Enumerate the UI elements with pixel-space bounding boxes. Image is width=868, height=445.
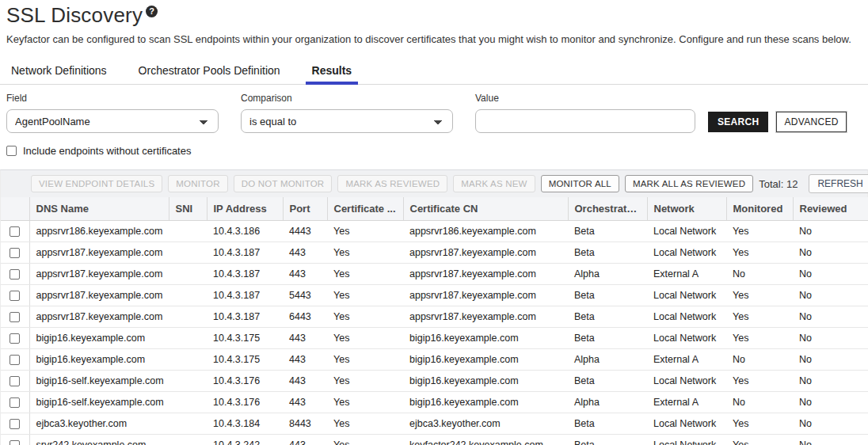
cell-certificate-cn: bigip16.keyexample.com bbox=[403, 371, 568, 392]
column-header-network[interactable]: Network bbox=[647, 197, 726, 221]
table-row[interactable]: bigip16.keyexample.com10.4.3.175443Yesbi… bbox=[1, 349, 868, 371]
ssl-discovery-page: SSL Discovery ? Keyfactor can be configu… bbox=[0, 0, 868, 445]
search-button[interactable]: SEARCH bbox=[708, 112, 768, 132]
cell-reviewed: No bbox=[793, 328, 868, 349]
table-row[interactable]: bigip16.keyexample.com10.4.3.175443Yesbi… bbox=[1, 328, 868, 349]
cell-certificate-: Yes bbox=[327, 413, 403, 435]
table-row[interactable]: appsrvr186.keyexample.com10.4.3.1864443Y… bbox=[1, 221, 868, 242]
cell-dns-name: bigip16.keyexample.com bbox=[29, 349, 169, 371]
row-checkbox[interactable] bbox=[10, 333, 20, 344]
row-checkbox[interactable] bbox=[10, 269, 20, 280]
column-header-reviewed[interactable]: Reviewed bbox=[793, 197, 868, 221]
help-icon[interactable]: ? bbox=[146, 6, 158, 17]
cell-sni bbox=[169, 242, 207, 264]
table-row[interactable]: appsrvr187.keyexample.com10.4.3.187443Ye… bbox=[1, 264, 868, 285]
page-description: Keyfactor can be configured to scan SSL … bbox=[6, 33, 860, 45]
cell-orchestrato-: Beta bbox=[568, 221, 647, 242]
comparison-select[interactable]: is equal to bbox=[241, 109, 453, 133]
cell-orchestrato-: Alpha bbox=[568, 392, 647, 413]
comparison-label: Comparison bbox=[241, 93, 453, 104]
cell-dns-name: srvr242.keyexample.com bbox=[29, 435, 169, 445]
cell-sni bbox=[169, 221, 207, 242]
row-checkbox-cell bbox=[1, 242, 29, 264]
cell-sni bbox=[169, 328, 207, 349]
cell-orchestrato-: Beta bbox=[568, 413, 647, 435]
row-checkbox-cell bbox=[1, 306, 29, 328]
column-header-sni[interactable]: SNI bbox=[169, 197, 207, 221]
cell-monitored: Yes bbox=[726, 221, 793, 242]
row-checkbox[interactable] bbox=[10, 248, 20, 258]
row-checkbox-cell bbox=[1, 413, 29, 435]
cell-reviewed: No bbox=[793, 242, 868, 264]
row-checkbox[interactable] bbox=[10, 419, 20, 429]
cell-sni bbox=[169, 413, 207, 435]
page-title: SSL Discovery bbox=[6, 3, 143, 28]
row-checkbox[interactable] bbox=[10, 440, 20, 445]
table-row[interactable]: appsrvr187.keyexample.com10.4.3.1876443Y… bbox=[1, 306, 868, 328]
row-checkbox-cell bbox=[1, 328, 29, 349]
cell-reviewed: No bbox=[793, 371, 868, 392]
table-header-row: DNS NameSNIIP AddressPortCertificate ...… bbox=[1, 197, 868, 221]
cell-certificate-: Yes bbox=[327, 349, 403, 371]
grid-toolbar: VIEW ENDPOINT DETAILSMONITORDO NOT MONIT… bbox=[1, 170, 867, 197]
column-header-dns-name[interactable]: DNS Name bbox=[29, 197, 169, 221]
cell-certificate-: Yes bbox=[327, 221, 403, 242]
cell-certificate-cn: appsrvr187.keyexample.com bbox=[403, 242, 568, 264]
page-header: SSL Discovery ? Keyfactor can be configu… bbox=[0, 0, 868, 45]
row-checkbox-cell bbox=[1, 392, 29, 413]
cell-certificate-cn: bigip16.keyexample.com bbox=[403, 328, 568, 349]
table-row[interactable]: bigip16-self.keyexample.com10.4.3.176443… bbox=[1, 371, 868, 392]
cell-ip-address: 10.4.3.187 bbox=[207, 306, 283, 328]
row-checkbox[interactable] bbox=[10, 226, 20, 237]
row-checkbox[interactable] bbox=[10, 397, 20, 408]
cell-certificate-cn: ejbca3.keyother.com bbox=[403, 413, 568, 435]
cell-network: Local Network bbox=[647, 328, 726, 349]
mark-all-as-reviewed-button[interactable]: MARK ALL AS REVIEWED bbox=[625, 175, 753, 192]
cell-port: 443 bbox=[283, 435, 327, 445]
column-header-monitored[interactable]: Monitored bbox=[726, 197, 793, 221]
table-row[interactable]: appsrvr187.keyexample.com10.4.3.1875443Y… bbox=[1, 285, 868, 306]
include-endpoints-checkbox[interactable] bbox=[6, 146, 17, 156]
cell-orchestrato-: Beta bbox=[568, 306, 647, 328]
cell-monitored: Yes bbox=[726, 242, 793, 264]
cell-dns-name: bigip16.keyexample.com bbox=[29, 328, 169, 349]
cell-network: Local Network bbox=[647, 242, 726, 264]
refresh-button[interactable]: REFRESH bbox=[809, 174, 868, 193]
row-checkbox[interactable] bbox=[10, 291, 20, 301]
cell-sni bbox=[169, 285, 207, 306]
row-checkbox[interactable] bbox=[10, 376, 20, 386]
cell-port: 443 bbox=[283, 349, 327, 371]
row-checkbox[interactable] bbox=[10, 355, 20, 365]
select-all-column bbox=[1, 197, 29, 221]
cell-certificate-: Yes bbox=[327, 285, 403, 306]
mark-as-new-button: MARK AS NEW bbox=[453, 175, 535, 192]
value-input[interactable] bbox=[475, 109, 695, 133]
advanced-button[interactable]: ADVANCED bbox=[776, 112, 846, 132]
row-checkbox[interactable] bbox=[10, 312, 20, 322]
cell-dns-name: bigip16-self.keyexample.com bbox=[29, 371, 169, 392]
cell-monitored: No bbox=[726, 349, 793, 371]
column-header-port[interactable]: Port bbox=[283, 197, 327, 221]
table-row[interactable]: srvr242.keyexample.com10.4.3.242443Yeske… bbox=[1, 435, 868, 445]
monitor-all-button[interactable]: MONITOR ALL bbox=[541, 175, 619, 192]
table-row[interactable]: ejbca3.keyother.com10.4.3.1848443Yesejbc… bbox=[1, 413, 868, 435]
cell-certificate-cn: appsrvr187.keyexample.com bbox=[403, 264, 568, 285]
view-endpoint-details-button: VIEW ENDPOINT DETAILS bbox=[31, 175, 162, 192]
cell-ip-address: 10.4.3.175 bbox=[207, 349, 283, 371]
table-row[interactable]: appsrvr187.keyexample.com10.4.3.187443Ye… bbox=[1, 242, 868, 264]
tab-orchestrator-pools-definition[interactable]: Orchestrator Pools Definition bbox=[137, 59, 282, 84]
column-header-ip-address[interactable]: IP Address bbox=[207, 197, 283, 221]
column-header-certificate-cn[interactable]: Certificate CN bbox=[403, 197, 568, 221]
column-header-certificate-[interactable]: Certificate ... bbox=[327, 197, 403, 221]
cell-certificate-: Yes bbox=[327, 371, 403, 392]
field-select[interactable]: AgentPoolName bbox=[6, 109, 219, 133]
cell-port: 443 bbox=[283, 392, 327, 413]
cell-reviewed: No bbox=[793, 349, 868, 371]
tab-results[interactable]: Results bbox=[310, 59, 354, 84]
cell-ip-address: 10.4.3.186 bbox=[207, 221, 283, 242]
cell-port: 443 bbox=[283, 264, 327, 285]
table-row[interactable]: bigip16-self.keyexample.com10.4.3.176443… bbox=[1, 392, 868, 413]
column-header-orchestrato-[interactable]: Orchestrato... bbox=[568, 197, 647, 221]
tab-network-definitions[interactable]: Network Definitions bbox=[10, 59, 108, 84]
cell-port: 443 bbox=[283, 328, 327, 349]
